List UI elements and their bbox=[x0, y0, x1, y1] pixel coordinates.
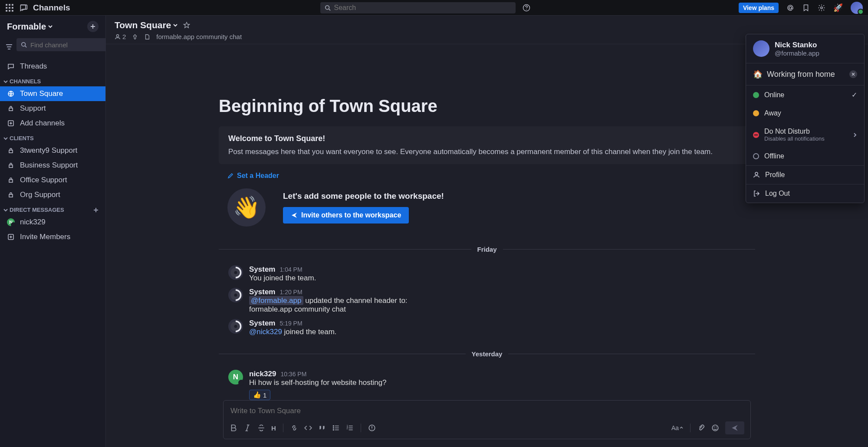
svg-rect-20 bbox=[9, 150, 13, 153]
status-offline[interactable]: Offline bbox=[746, 147, 864, 165]
gear-icon[interactable] bbox=[818, 4, 825, 12]
system-avatar bbox=[228, 265, 243, 280]
menu-logout[interactable]: Log Out bbox=[746, 184, 864, 203]
section-header-dms[interactable]: DIRECT MESSAGES bbox=[0, 202, 105, 215]
bold-icon[interactable] bbox=[230, 424, 237, 432]
font-size-toggle[interactable]: Aa bbox=[671, 424, 683, 431]
sidebar-item-label: Add channels bbox=[20, 119, 65, 128]
welcome-title: Welcome to Town Square! bbox=[228, 134, 746, 143]
set-header-link[interactable]: Set a Header bbox=[219, 170, 755, 188]
sidebar-item-client-1[interactable]: Business Support bbox=[0, 158, 105, 173]
chevron-down-icon bbox=[3, 208, 8, 212]
add-dm-button[interactable] bbox=[93, 207, 99, 213]
sidebar-item-support[interactable]: Support bbox=[0, 101, 105, 116]
sidebar-item-label: Business Support bbox=[20, 161, 78, 170]
sidebar-item-client-3[interactable]: Org Support bbox=[0, 187, 105, 202]
section-header-channels[interactable]: CHANNELS bbox=[0, 74, 105, 86]
message-row: N nick329 10:36 PM Hi how is self-hostin… bbox=[106, 368, 868, 400]
svg-rect-0 bbox=[6, 4, 7, 6]
composer: H 12 Aa bbox=[223, 400, 751, 439]
sidebar-item-invite-members[interactable]: Invite Members bbox=[0, 230, 105, 244]
composer-input[interactable] bbox=[224, 401, 750, 421]
search-input[interactable] bbox=[334, 4, 511, 12]
view-plans-button[interactable]: View plans bbox=[739, 3, 779, 13]
invite-button[interactable]: Invite others to the workspace bbox=[283, 207, 409, 224]
pencil-icon bbox=[227, 173, 233, 179]
pin-icon[interactable] bbox=[132, 34, 138, 40]
svg-point-39 bbox=[714, 427, 715, 427]
sidebar-item-dm-0[interactable]: N nick329 bbox=[0, 215, 105, 230]
clear-status-button[interactable] bbox=[849, 70, 857, 78]
message-time: 1:20 PM bbox=[279, 289, 302, 296]
svg-point-29 bbox=[234, 294, 237, 297]
sidebar-item-threads[interactable]: Threads bbox=[0, 59, 105, 74]
workspace-switcher[interactable]: Formable bbox=[7, 22, 53, 32]
bookmark-icon[interactable] bbox=[802, 4, 810, 12]
user-avatar-button[interactable] bbox=[851, 2, 863, 14]
sidebar-item-label: Threads bbox=[20, 62, 47, 71]
menu-profile[interactable]: Profile bbox=[746, 166, 864, 184]
code-icon[interactable] bbox=[304, 424, 312, 432]
offline-dot-icon bbox=[753, 153, 759, 159]
section-header-clients[interactable]: CLIENTS bbox=[0, 131, 105, 143]
ordered-list-icon[interactable]: 12 bbox=[346, 424, 354, 432]
filter-button[interactable] bbox=[5, 38, 13, 56]
message-time: 10:36 PM bbox=[280, 371, 306, 378]
message-author: System bbox=[249, 319, 275, 328]
plus-box-icon bbox=[8, 234, 14, 240]
star-icon[interactable] bbox=[183, 22, 190, 29]
find-channel[interactable] bbox=[16, 38, 117, 51]
heading-icon[interactable]: H bbox=[271, 424, 276, 432]
sidebar-item-client-0[interactable]: 3twenty9 Support bbox=[0, 143, 105, 158]
threads-icon bbox=[7, 63, 14, 70]
filter-icon bbox=[5, 43, 13, 51]
lock-icon bbox=[8, 162, 14, 168]
emoji-icon[interactable] bbox=[711, 424, 719, 432]
upgrade-icon[interactable]: 🚀 bbox=[833, 3, 843, 13]
lock-icon bbox=[8, 192, 14, 198]
bullet-list-icon[interactable] bbox=[332, 424, 340, 432]
app-grid-icon[interactable] bbox=[5, 3, 14, 12]
sidebar-item-client-2[interactable]: Office Support bbox=[0, 173, 105, 187]
status-dnd[interactable]: Do Not Disturb Disables all notification… bbox=[746, 122, 864, 147]
message-text: Hi how is self-hosting for website hosti… bbox=[249, 378, 755, 387]
link-icon[interactable] bbox=[290, 424, 298, 432]
away-dot-icon bbox=[753, 110, 759, 116]
strike-icon[interactable] bbox=[257, 424, 265, 432]
status-away[interactable]: Away bbox=[746, 104, 864, 122]
svg-point-25 bbox=[116, 34, 118, 36]
plus-icon bbox=[90, 23, 96, 30]
message-row: System 1:04 PM You joined the team. bbox=[106, 263, 868, 286]
search-bar[interactable] bbox=[320, 2, 516, 13]
mentions-icon[interactable] bbox=[786, 4, 794, 12]
message-time: 1:04 PM bbox=[279, 266, 302, 273]
find-channel-input[interactable] bbox=[30, 41, 113, 49]
help-icon[interactable] bbox=[523, 4, 530, 12]
message-text: @formable.app updated the channel header… bbox=[249, 296, 755, 305]
sidebar-item-town-square[interactable]: Town Square bbox=[0, 86, 105, 101]
send-button[interactable] bbox=[725, 421, 744, 434]
lock-icon bbox=[8, 105, 14, 112]
channel-title[interactable]: Town Square bbox=[115, 20, 178, 30]
search-icon bbox=[21, 42, 27, 48]
member-count[interactable]: 2 bbox=[115, 33, 126, 40]
svg-point-15 bbox=[22, 43, 26, 46]
status-online[interactable]: Online bbox=[746, 85, 864, 104]
quote-icon[interactable] bbox=[318, 424, 326, 432]
svg-point-41 bbox=[755, 172, 758, 175]
sidebar-item-add-channels[interactable]: Add channels bbox=[0, 116, 105, 131]
priority-icon[interactable] bbox=[368, 424, 376, 432]
mention[interactable]: @formable.app bbox=[249, 296, 303, 305]
attachment-icon[interactable] bbox=[697, 424, 705, 432]
reaction-badge[interactable]: 👍1 bbox=[249, 390, 270, 400]
mention[interactable]: @nick329 bbox=[249, 328, 282, 336]
file-icon[interactable] bbox=[144, 34, 150, 40]
user-menu-custom-status[interactable]: 🏠 Working from home bbox=[746, 63, 864, 85]
wave-badge: 👋 bbox=[227, 188, 266, 227]
italic-icon[interactable] bbox=[243, 424, 251, 432]
sidebar-item-label: Invite Members bbox=[20, 233, 70, 241]
sidebar-item-label: nick329 bbox=[20, 218, 46, 227]
send-icon bbox=[731, 424, 739, 432]
new-button[interactable] bbox=[87, 21, 99, 32]
user-menu-handle: @formable.app bbox=[775, 49, 819, 57]
